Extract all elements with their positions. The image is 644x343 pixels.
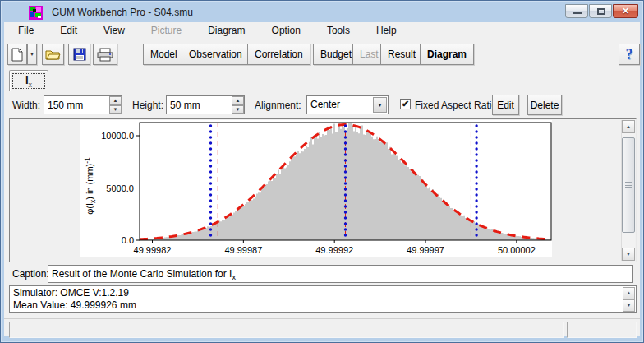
maximize-icon	[597, 8, 605, 15]
menu-edit[interactable]: Edit	[47, 22, 90, 39]
alignment-combobox[interactable]: Center ▼	[306, 95, 389, 114]
memo-scrollbar[interactable]: ▲ ▼	[623, 287, 635, 312]
height-spin-up-icon[interactable]: ▲	[232, 96, 244, 105]
alignment-value: Center	[310, 99, 340, 110]
menu-picture: Picture	[138, 22, 195, 39]
svg-text:49.99992: 49.99992	[315, 245, 353, 255]
maximize-button[interactable]	[589, 4, 612, 18]
new-document-icon	[12, 48, 23, 62]
scrollbar-grip	[625, 182, 632, 188]
alignment-label: Alignment:	[255, 100, 301, 111]
svg-text:49.99987: 49.99987	[224, 245, 262, 255]
scroll-up-icon[interactable]: ▲	[622, 120, 635, 133]
scroll-down-icon[interactable]: ▼	[622, 248, 635, 261]
delete-button[interactable]: Delete	[527, 95, 562, 115]
width-spin-down-icon[interactable]: ▼	[109, 105, 122, 114]
minimize-icon	[573, 12, 582, 14]
title-bar[interactable]: GUM Workbench Pro - S04.smu ✕	[4, 3, 640, 22]
svg-text:49.99997: 49.99997	[407, 245, 444, 255]
new-document-dropdown[interactable]: ▼	[27, 44, 37, 65]
simulator-line: Simulator: OMCE V:1.2.19	[13, 287, 632, 299]
tab-label-subscript: x	[29, 80, 33, 88]
fixed-aspect-label[interactable]: Fixed Aspect Ratio	[415, 100, 497, 111]
width-spinedit: ▲ ▼	[44, 95, 122, 114]
save-button[interactable]	[68, 44, 90, 65]
menu-help[interactable]: Help	[363, 22, 410, 39]
close-icon: ✕	[614, 6, 637, 16]
menu-view[interactable]: View	[90, 22, 138, 39]
nav-result-button[interactable]: Result	[380, 44, 423, 65]
new-document-button[interactable]	[7, 44, 27, 65]
diagram-picture[interactable]: 49.9998249.9998749.9999249.9999750.00002…	[80, 120, 552, 257]
checkmark-icon: ✔	[402, 99, 409, 109]
width-label: Width:	[12, 100, 40, 111]
nav-correlation-button[interactable]: Correlation	[247, 44, 310, 65]
nav-model-button[interactable]: Model	[143, 44, 185, 65]
height-spinedit: ▲ ▼	[166, 95, 245, 114]
status-panel-right	[567, 322, 637, 338]
svg-text:0.0: 0.0	[122, 235, 134, 245]
toolbar: ▼	[4, 40, 640, 67]
svg-text:49.99982: 49.99982	[134, 245, 172, 255]
menu-bar: File Edit View Picture Diagram Option To…	[4, 22, 640, 39]
memo-scroll-up-icon[interactable]: ▲	[623, 287, 635, 299]
mean-value-line: Mean Value: 49.999926 mm	[13, 299, 632, 312]
caption-value: Result of the Monte Carlo Simulation for…	[52, 268, 232, 280]
caption-value-subscript: x	[232, 273, 236, 281]
svg-text:50.00002: 50.00002	[498, 245, 536, 255]
status-panel-main	[9, 322, 564, 338]
caption-label: Caption:	[12, 268, 49, 280]
tab-focus-rect: Ix	[12, 73, 45, 89]
minimize-button[interactable]	[565, 4, 588, 18]
height-label: Height:	[132, 100, 163, 111]
monte-carlo-histogram-chart: 49.9998249.9998749.9999249.9999750.00002…	[80, 120, 552, 257]
print-button[interactable]	[93, 44, 117, 65]
app-window: GUM Workbench Pro - S04.smu ✕ File Edit …	[0, 0, 644, 343]
help-button[interactable]: ?	[619, 44, 640, 65]
printer-icon	[97, 48, 113, 62]
status-bar	[4, 318, 640, 338]
close-button[interactable]: ✕	[613, 4, 638, 18]
menu-tools[interactable]: Tools	[314, 22, 363, 39]
combo-dropdown-icon[interactable]: ▼	[373, 97, 387, 113]
svg-text:φ(Ix) in (mm)-1: φ(Ix) in (mm)-1	[83, 157, 97, 215]
caption-input[interactable]: Result of the Monte Carlo Simulation for…	[48, 265, 633, 283]
menu-option[interactable]: Option	[259, 22, 314, 39]
height-spin-down-icon[interactable]: ▼	[232, 105, 244, 114]
memo-scroll-down-icon[interactable]: ▼	[623, 299, 635, 312]
scrollbar-thumb[interactable]	[622, 137, 635, 233]
save-floppy-icon	[73, 48, 86, 61]
width-spin-up-icon[interactable]: ▲	[109, 96, 122, 105]
app-icon	[29, 6, 43, 20]
edit-button[interactable]: Edit	[492, 95, 519, 115]
nav-diagram-button[interactable]: Diagram	[420, 44, 474, 65]
diagram-panel: 49.9998249.9998749.9999249.9999750.00002…	[9, 118, 637, 262]
fixed-aspect-checkbox[interactable]: ✔	[400, 99, 411, 109]
svg-text:5000.0: 5000.0	[106, 183, 134, 193]
vertical-scrollbar[interactable]: ▲ ▼	[621, 120, 635, 261]
client-area: File Edit View Picture Diagram Option To…	[4, 22, 640, 336]
open-button[interactable]	[42, 44, 64, 65]
simulation-info-box[interactable]: Simulator: OMCE V:1.2.19 Mean Value: 49.…	[9, 285, 637, 313]
svg-text:10000.0: 10000.0	[101, 131, 134, 141]
tab-ix[interactable]: Ix	[9, 70, 48, 91]
window-title: GUM Workbench Pro - S04.smu	[52, 7, 193, 18]
open-folder-icon	[45, 49, 61, 60]
menu-diagram[interactable]: Diagram	[195, 22, 258, 39]
menu-file[interactable]: File	[5, 22, 47, 39]
nav-observation-button[interactable]: Observation	[182, 44, 250, 65]
